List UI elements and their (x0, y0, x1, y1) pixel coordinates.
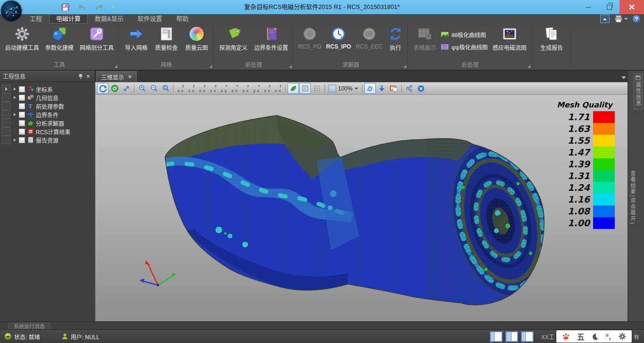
ime-toolbar[interactable]: 五 °, (556, 330, 632, 343)
menu-tab-project[interactable]: 工程 (23, 14, 49, 24)
quality-check-button[interactable]: 质量检查 (153, 25, 180, 52)
rcs-po-button[interactable]: RCS_PO (296, 25, 323, 51)
save-button[interactable] (60, 2, 70, 12)
pan-resize-button[interactable] (121, 83, 132, 94)
psi-polarization-curve-button[interactable]: ψψ极化曲线图 (441, 43, 487, 51)
table-display-button[interactable]: 表格展示 (412, 25, 438, 52)
row-gutter-cell (2, 110, 10, 119)
close-button[interactable]: ✕ (619, 0, 644, 14)
checkbox[interactable] (19, 137, 25, 143)
expand-arrow-icon[interactable] (12, 139, 17, 141)
expand-arrow-icon[interactable] (12, 113, 17, 116)
tree-item-boundary-conditions[interactable]: 边界条件 (0, 110, 95, 119)
arrow-down-button[interactable] (376, 83, 388, 94)
print-menu-button[interactable] (614, 15, 628, 23)
title-bar[interactable]: 复杂目标RCS电磁分析软件2015 R1 - RCS_2015031801* ─… (0, 0, 644, 14)
shaded-mode-button[interactable] (288, 83, 299, 94)
menu-tab-help[interactable]: 帮助 (169, 14, 196, 24)
orbit-view-button[interactable] (109, 83, 120, 94)
restore-button[interactable] (599, 0, 619, 14)
parametric-modeling-button[interactable]: 参数化建模 (43, 25, 75, 52)
zoom-in-button[interactable] (136, 83, 148, 94)
checkbox[interactable] (19, 129, 25, 135)
ime-wubi-mode[interactable]: 五 (577, 331, 585, 342)
3d-canvas[interactable]: Mesh Quality 1.71 1.63 1.55 1.47 1.39 1.… (95, 95, 628, 322)
view-left-button[interactable]: yx z (197, 83, 207, 93)
zoom-level-control[interactable]: 100% (327, 85, 360, 92)
ime-punctuation-mode[interactable]: °, (606, 333, 611, 341)
dialog-launcher-icon[interactable] (289, 65, 292, 68)
tab-3d-display[interactable]: 三维显示 × (96, 71, 137, 82)
tree-item-geometry-info[interactable]: 几何信息 (0, 93, 95, 102)
menu-tab-data-display[interactable]: 数据&显示 (88, 14, 131, 24)
view-right-button[interactable]: yz x (208, 83, 218, 93)
checkbox[interactable] (19, 112, 25, 118)
zoom-out-button[interactable] (148, 83, 159, 94)
menu-bar: 工程 电磁计算 数据&显示 软件设置 帮助 ? (0, 14, 644, 24)
capture-view-button[interactable] (388, 83, 399, 94)
tree-item-report-resources[interactable]: 报告资源 (0, 136, 95, 144)
view-results-tab[interactable]: 查看结果(双击展开) (629, 171, 636, 227)
rcs-eec-button[interactable]: RCS_EEC (354, 25, 385, 51)
view-top-button[interactable]: xz y (219, 83, 229, 93)
properties-panel-tab[interactable]: 属性信息 (634, 74, 643, 110)
layout-split-panel-button[interactable] (505, 331, 518, 342)
view-iso2-button[interactable]: xy z (251, 83, 262, 93)
minimize-button[interactable]: ─ (578, 0, 599, 14)
dialog-launcher-icon[interactable] (209, 65, 212, 68)
view-back-button[interactable]: yz x (186, 83, 197, 93)
view-front-button[interactable]: yx z (175, 83, 186, 93)
generate-report-button[interactable]: 生成报告 (538, 25, 565, 52)
mesh-partition-tool-button[interactable]: 网格剖分工具 (78, 25, 116, 52)
checkbox[interactable] (19, 120, 25, 126)
expand-arrow-icon[interactable] (12, 96, 17, 99)
undo-button[interactable] (77, 2, 87, 12)
zoom-extents-button[interactable] (160, 83, 171, 94)
tree-item-analysis-solver[interactable]: 分析求解器 (0, 119, 95, 127)
expand-arrow-icon[interactable] (12, 88, 17, 90)
checkbox[interactable] (19, 103, 25, 109)
panel-close-icon[interactable]: × (84, 73, 92, 80)
view-iso3-button[interactable]: yz x (262, 83, 272, 93)
view-iso1-button[interactable]: yz x (240, 83, 251, 93)
ribbon-group-label (532, 61, 571, 70)
menu-tab-settings[interactable]: 软件设置 (131, 14, 169, 24)
import-mesh-button[interactable]: 导入网格 (123, 25, 149, 52)
help-button[interactable]: ? (633, 15, 640, 23)
tree-item-coordinate-system[interactable]: 坐标系 (0, 85, 95, 93)
boundary-condition-button[interactable]: 边界条件设置 (252, 25, 290, 52)
tab-close-icon[interactable]: × (128, 74, 132, 80)
tree-item-label: 报告资源 (36, 136, 58, 144)
rotate-view-button[interactable] (97, 83, 108, 94)
view-bottom-button[interactable]: vz x (230, 83, 240, 93)
points-mode-button[interactable] (311, 83, 322, 94)
zoom-dropdown-icon[interactable] (355, 88, 358, 90)
view-iso4-button[interactable]: yz x (273, 83, 283, 93)
quality-cloud-button[interactable]: 质量云图 (183, 25, 210, 52)
pin-icon[interactable] (77, 73, 84, 80)
launch-modeling-tool-button[interactable]: 启动建模工具 (3, 25, 41, 52)
wireframe-mode-button[interactable] (299, 83, 311, 94)
rcs-ipo-button[interactable]: RCS_IPO (324, 25, 353, 51)
close-view-button[interactable] (415, 83, 427, 94)
legend-row: 1.24 (554, 182, 615, 194)
polygon-select-button[interactable] (364, 83, 376, 94)
tree-item-rcs-results[interactable]: RCS计算结果 (0, 127, 95, 136)
collapse-ribbon-button[interactable] (600, 15, 610, 23)
tree-item-preprocess-params[interactable]: T 前处理参数 (0, 102, 95, 110)
dialog-launcher-icon[interactable] (404, 65, 406, 68)
theta-polarization-curve-button[interactable]: θθ极化曲线图 (441, 31, 487, 39)
execute-button[interactable]: 执行 (386, 25, 405, 52)
dialog-launcher-icon[interactable] (528, 65, 530, 68)
tab-list-dropdown-icon[interactable] (621, 76, 626, 79)
checkbox[interactable] (19, 86, 25, 92)
menu-tab-em-compute[interactable]: 电磁计算 (49, 14, 88, 24)
induced-current-map-button[interactable]: 感应电磁流图 (491, 25, 528, 52)
probe-angle-button[interactable]: 探测角定义 (217, 25, 249, 52)
layout-bottom-panel-button[interactable] (521, 331, 534, 342)
checkbox[interactable] (19, 95, 25, 101)
menu-tabs: 工程 电磁计算 数据&显示 软件设置 帮助 (23, 14, 196, 24)
share-export-button[interactable] (404, 83, 415, 94)
layout-left-panel-button[interactable] (490, 331, 503, 342)
dialog-launcher-icon[interactable] (115, 65, 117, 68)
